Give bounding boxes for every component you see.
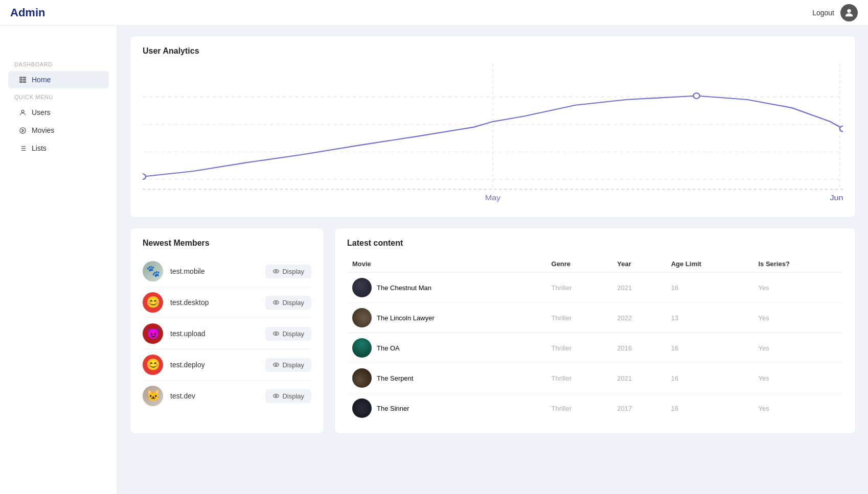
list-icon — [18, 144, 27, 152]
display-button[interactable]: Display — [265, 296, 311, 310]
svg-point-36 — [273, 394, 279, 398]
movie-title: The OA — [377, 344, 400, 352]
svg-point-34 — [273, 363, 279, 367]
sidebar-users-label: Users — [32, 108, 51, 116]
svg-point-33 — [276, 333, 278, 335]
svg-point-28 — [273, 270, 279, 273]
movie-thumbnail — [352, 278, 372, 297]
sidebar-item-lists[interactable]: Lists — [8, 139, 109, 157]
bottom-row: Newest Members 🐾 test.mobile Display 😊 t… — [130, 228, 856, 444]
sidebar-item-home[interactable]: Home — [8, 71, 109, 88]
movie-cell: The Serpent — [347, 363, 546, 393]
avatar[interactable] — [840, 4, 858, 21]
latest-content-card: Latest content Movie Genre Year Age Limi… — [334, 228, 856, 434]
movie-thumbnail — [352, 368, 372, 388]
member-name: test.desktop — [170, 298, 258, 307]
movie-thumbnail — [352, 308, 372, 327]
member-name: test.dev — [170, 392, 258, 400]
newest-members-card: Newest Members 🐾 test.mobile Display 😊 t… — [130, 228, 324, 434]
sidebar-item-users[interactable]: Users — [8, 104, 109, 121]
quick-menu-label: Quick Menu — [4, 89, 113, 103]
svg-point-35 — [276, 364, 278, 366]
movie-genre: Thriller — [546, 272, 612, 303]
header: Admin Logout — [0, 0, 868, 26]
table-header-row: Movie Genre Year Age Limit Is Series? — [347, 256, 843, 272]
svg-rect-3 — [19, 79, 21, 80]
movie-year: 2021 — [612, 363, 666, 393]
movie-title: The Sinner — [377, 405, 409, 412]
member-name: test.upload — [170, 330, 258, 338]
movie-is-series: Yes — [753, 333, 843, 363]
movie-genre: Thriller — [546, 363, 612, 393]
movie-thumbnail — [352, 338, 372, 358]
latest-content-title: Latest content — [347, 239, 843, 248]
table-row: The Sinner Thriller 2017 16 Yes — [347, 393, 843, 424]
members-title: Newest Members — [143, 239, 311, 248]
svg-point-30 — [273, 301, 279, 304]
circle-play-icon — [18, 126, 27, 134]
sidebar-lists-label: Lists — [32, 144, 47, 152]
col-year: Year — [612, 256, 666, 272]
col-genre: Genre — [546, 256, 612, 272]
svg-point-37 — [276, 395, 278, 397]
svg-rect-4 — [23, 79, 25, 80]
movie-year: 2021 — [612, 272, 666, 303]
sidebar-movies-label: Movies — [32, 126, 54, 134]
member-row: 😈 test.upload Display — [143, 318, 311, 349]
movie-age-limit: 16 — [666, 272, 753, 303]
table-row: The Serpent Thriller 2021 16 Yes — [347, 363, 843, 393]
movie-cell: The Sinner — [347, 393, 546, 424]
svg-rect-2 — [23, 77, 25, 78]
user-icon — [18, 108, 27, 116]
member-avatar: 🐾 — [143, 261, 163, 281]
movie-cell: The Lincoln Lawyer — [347, 303, 546, 333]
col-is-series: Is Series? — [753, 256, 843, 272]
member-row: 😊 test.deploy Display — [143, 349, 311, 381]
display-button[interactable]: Display — [265, 327, 311, 341]
sidebar-home-label: Home — [32, 76, 51, 84]
member-row: 🐱 test.dev Display — [143, 381, 311, 411]
movie-year: 2016 — [612, 333, 666, 363]
members-list: 🐾 test.mobile Display 😊 test.desktop Dis… — [143, 256, 311, 411]
member-row: 🐾 test.mobile Display — [143, 256, 311, 287]
member-avatar: 😊 — [143, 292, 163, 313]
svg-point-29 — [276, 270, 278, 272]
member-name: test.deploy — [170, 361, 258, 369]
movie-thumbnail — [352, 398, 372, 418]
movie-title: The Lincoln Lawyer — [377, 314, 435, 322]
movie-genre: Thriller — [546, 333, 612, 363]
svg-rect-1 — [19, 77, 21, 78]
logout-button[interactable]: Logout — [812, 9, 834, 17]
display-button[interactable]: Display — [265, 358, 311, 372]
sidebar-item-movies[interactable]: Movies — [8, 122, 109, 139]
movie-is-series: Yes — [753, 393, 843, 424]
movie-is-series: Yes — [753, 303, 843, 333]
svg-text:May: May — [485, 194, 501, 202]
movie-cell: The Chestnut Man — [347, 272, 546, 303]
svg-point-0 — [847, 9, 851, 12]
svg-point-31 — [276, 301, 278, 303]
content-table-body: The Chestnut Man Thriller 2021 16 Yes Th… — [347, 272, 843, 423]
movie-cell: The OA — [347, 333, 546, 363]
table-row: The Chestnut Man Thriller 2021 16 Yes — [347, 272, 843, 303]
analytics-chart: May Jun — [143, 64, 843, 207]
member-avatar: 🐱 — [143, 386, 163, 406]
header-right: Logout — [812, 4, 858, 21]
movie-title: The Serpent — [377, 374, 414, 382]
content-area: User Analytics — [118, 26, 868, 494]
movie-genre: Thriller — [546, 303, 612, 333]
svg-point-32 — [273, 332, 279, 336]
col-age-limit: Age Limit — [666, 256, 753, 272]
member-avatar: 😈 — [143, 323, 163, 344]
display-button[interactable]: Display — [265, 389, 311, 403]
movie-is-series: Yes — [753, 363, 843, 393]
svg-point-25 — [840, 126, 843, 132]
content-table: Movie Genre Year Age Limit Is Series? Th… — [347, 256, 843, 423]
table-row: The OA Thriller 2016 16 Yes — [347, 333, 843, 363]
display-button[interactable]: Display — [265, 265, 311, 278]
svg-point-7 — [21, 110, 24, 112]
svg-rect-6 — [23, 81, 25, 82]
movie-is-series: Yes — [753, 272, 843, 303]
col-movie: Movie — [347, 256, 546, 272]
movie-year: 2017 — [612, 393, 666, 424]
